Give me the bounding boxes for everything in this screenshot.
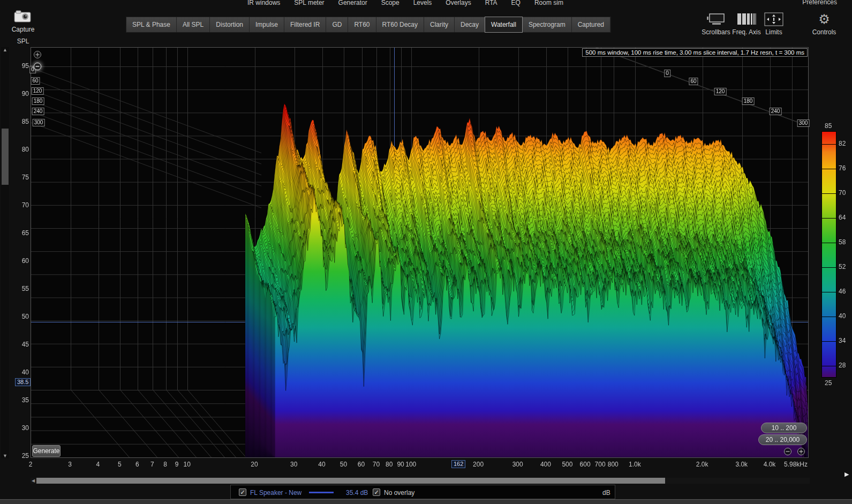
freq-tick-label: 600 [580,461,591,468]
tab-decay[interactable]: Decay [455,17,485,32]
freq-tick-label: 400 [540,461,551,468]
color-scale-tick-label: 64 [839,214,846,221]
freq-tick-label: 300 [512,461,523,468]
no-overlay-label: No overlay [384,489,414,497]
color-scale-tick [822,317,836,317]
trace-visibility-checkbox[interactable]: ✓ [239,488,246,496]
freq-range-20-20000-button[interactable]: 20 .. 20,000 [758,434,807,445]
horizontal-scrollbar[interactable]: ◀ [31,478,810,484]
freq-tick-label: 200 [473,461,484,468]
vertical-scrollbar[interactable]: ▲ ▼ [1,47,9,458]
color-scale-tick [822,193,836,194]
status-strip [0,499,852,504]
freq-tick-label: 9 [175,461,179,468]
limits-button[interactable]: Limits [755,12,793,36]
menu-item-room-sim[interactable]: Room sim [533,0,564,7]
gear-icon: ⚙ [805,12,843,27]
tab-rt60[interactable]: RT60 [348,17,376,32]
color-scale-tick [822,267,836,268]
tab-distortion[interactable]: Distortion [210,17,250,32]
graph-tab-bar: SPL & PhaseAll SPLDistortionImpulseFilte… [126,17,611,33]
freq-tick-label: 8 [163,461,167,468]
menu-item-spl-meter[interactable]: SPL meter [293,0,325,7]
menu-item-eq[interactable]: EQ [510,0,522,7]
freq-tick-label: 40 [318,461,325,468]
controls-button[interactable]: ⚙ Controls [805,12,843,36]
tab-filtered-ir[interactable]: Filtered IR [284,17,326,32]
freq-tick-label: 70 [373,461,380,468]
color-scale-tick-label: 76 [839,164,846,172]
menu-item-rta[interactable]: RTA [484,0,499,7]
spl-tick-label: 80 [15,146,29,153]
menu-item-overlays[interactable]: Overlays [444,0,472,7]
color-scale-tick-label: 34 [839,337,846,344]
waterfall-settings-readout: 500 ms window, 100 ms rise time, 3.00 ms… [582,48,808,57]
tab-all-spl[interactable]: All SPL [177,17,210,32]
no-overlay-checkbox[interactable]: ✓ [373,488,380,496]
unit-label: dB [602,489,610,497]
limits-label: Limits [755,28,793,36]
scroll-down-icon[interactable]: ▼ [1,453,9,458]
zoom-out-x-icon[interactable] [783,447,792,456]
scroll-right-icon[interactable]: ▶ [845,471,849,478]
tab-captured[interactable]: Captured [572,17,610,32]
freq-tick-label: 700 [595,461,606,468]
waterfall-canvas[interactable] [31,48,808,457]
freq-tick-label: 10 [184,461,191,468]
freq-range-10-200-button[interactable]: 10 .. 200 [761,423,807,433]
tab-impulse[interactable]: Impulse [250,17,284,32]
freq-tick-label: 2.0k [696,461,708,468]
menu-item-preferences[interactable]: Preferences [802,0,837,6]
tab-waterfall[interactable]: Waterfall [485,17,523,33]
freq-tick-label: 80 [386,461,393,468]
freq-tick-label: 30 [290,461,297,468]
spl-tick-label: 45 [15,341,29,348]
controls-label: Controls [805,28,843,36]
spl-tick-label: 25 [15,452,29,460]
tab-gd[interactable]: GD [326,17,348,32]
tab-spectrogram[interactable]: Spectrogram [523,17,572,32]
freq-tick-label: 20 [251,461,258,468]
trace-name[interactable]: FL Speaker - New [250,489,301,497]
zoom-out-y-icon[interactable] [33,62,42,71]
freq-tick-label: 4 [96,461,100,468]
generate-button[interactable]: Generate [32,445,61,457]
menu-item-generator[interactable]: Generator [337,0,368,7]
zoom-in-y-icon[interactable] [33,50,42,59]
freq-tick-label: 5 [118,461,122,468]
color-scale-min-label: 25 [825,379,832,387]
horizontal-scroll-thumb[interactable] [36,478,665,484]
menu-item-ir-windows[interactable]: IR windows [246,0,281,7]
color-scale-tick-label: 28 [839,362,846,369]
color-scale-tick [822,292,836,292]
freq-tick-label: 3.0k [735,461,748,468]
vertical-scroll-thumb[interactable] [2,129,9,185]
spl-tick-label: 35 [15,396,29,404]
rew-window: IR windowsSPL meterGeneratorScopeLevelsO… [0,0,852,504]
scroll-left-icon[interactable]: ◀ [31,478,36,484]
spl-tick-label: 85 [15,118,29,125]
waterfall-plot-area[interactable] [31,47,809,458]
zoom-in-x-icon[interactable] [797,447,805,456]
spl-tick-label: 50 [15,313,29,320]
cursor-freq-readout: 162 [451,460,465,468]
color-scale-tick-label: 58 [839,238,846,246]
color-scale-tick [822,366,836,366]
tab-spl-phase[interactable]: SPL & Phase [126,17,177,32]
color-scale-tick [822,218,836,219]
menu-item-levels[interactable]: Levels [412,0,433,7]
menu-item-scope[interactable]: Scope [380,0,401,7]
scroll-up-icon[interactable]: ▲ [1,47,9,52]
tab-rt60-decay[interactable]: RT60 Decay [376,17,424,32]
trace-cursor-value: 35.4 dB [346,489,368,497]
limits-icon [755,12,793,27]
trace-legend-bar: ✓ FL Speaker - New 35.4 dB ✓ No overlay … [230,485,615,499]
tab-clarity[interactable]: Clarity [424,17,455,32]
freq-tick-label: 3 [68,461,72,468]
capture-button[interactable]: Capture [7,10,39,33]
spl-axis-title: SPL [16,37,30,45]
freq-axis-end-label: 5.98kHz [784,461,808,468]
color-scale-tick-label: 40 [839,312,846,320]
color-scale-tick-label: 52 [839,263,846,270]
color-scale-tick [822,243,836,243]
